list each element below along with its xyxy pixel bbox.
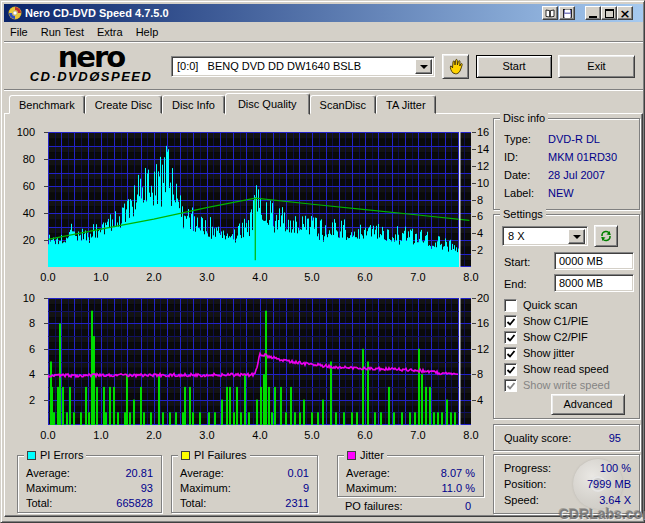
checkbox-box[interactable]: [504, 379, 517, 392]
checkbox-label: Show C1/PIE: [523, 315, 588, 328]
drive-select[interactable]: [0:0] BENQ DVD DD DW1640 BSLB: [171, 56, 435, 77]
tab-ta-jitter[interactable]: TA Jitter: [376, 95, 436, 114]
axis-tick: [44, 323, 48, 324]
checkbox-box[interactable]: [504, 299, 517, 312]
speed-select-value: 8 X: [508, 230, 525, 242]
disc-date-value: 28 Jul 2007: [548, 169, 605, 181]
maximize-icon: [605, 9, 614, 18]
axis-tick: [472, 149, 476, 150]
disc-id-label: ID:: [504, 151, 518, 163]
axis-tick: [44, 240, 48, 241]
close-icon: ×: [620, 8, 631, 19]
position-value: 7999 MB: [587, 478, 631, 490]
speed-label: Speed:: [504, 494, 539, 506]
axis-tick-label: 20: [5, 234, 35, 246]
axis-tick: [472, 400, 476, 401]
axis-tick: [472, 183, 476, 184]
scan-end-field[interactable]: 8000 MB: [554, 274, 634, 292]
checkbox-label: Show write speed: [523, 379, 610, 392]
chevron-down-icon: [420, 65, 428, 69]
disc-date-label: Date:: [504, 169, 530, 181]
checkbox-box[interactable]: [504, 363, 517, 376]
eject-hand-button[interactable]: [442, 54, 469, 79]
axis-tick: [472, 233, 476, 234]
checkbox-label: Quick scan: [523, 299, 577, 312]
close-button[interactable]: ×: [617, 6, 633, 20]
stat-label: Total:: [180, 497, 206, 509]
axis-tick: [44, 159, 48, 160]
pi-errors-group-label: PI Errors: [40, 449, 83, 461]
speed-value: 3.64 X: [599, 494, 631, 506]
pi-errors-group: PI Errors Average:20.81 Maximum:93 Total…: [17, 455, 162, 513]
speed-select-arrow-button[interactable]: [568, 229, 585, 244]
advanced-button[interactable]: Advanced: [551, 394, 625, 415]
axis-tick: [472, 323, 476, 324]
drive-select-arrow-button[interactable]: [415, 59, 432, 74]
jitter-group-title: Jitter: [344, 449, 387, 461]
separator: [4, 89, 643, 91]
axis-tick-label: 10: [5, 292, 35, 304]
axis-tick-label: 3.0: [192, 271, 222, 283]
pi-errors-group-title: PI Errors: [24, 449, 86, 461]
axis-tick-label: 2.0: [139, 429, 169, 441]
scan-end-label: End:: [504, 278, 527, 290]
checkbox-label: Show jitter: [523, 347, 574, 360]
check-icon: [506, 333, 516, 343]
exit-button[interactable]: Exit: [558, 55, 635, 78]
disc-info-group-title: Disc info: [500, 112, 548, 124]
disc-info-group-label: Disc info: [503, 112, 545, 124]
axis-tick: [472, 250, 476, 251]
scan-start-field[interactable]: 0000 MB: [554, 252, 634, 270]
settings-group-title: Settings: [500, 208, 546, 220]
axis-tick-label: 3.0: [192, 429, 222, 441]
disc-label-value: NEW: [548, 187, 574, 199]
pi-errors-legend-swatch: [27, 451, 36, 460]
progress-label: Progress:: [504, 462, 551, 474]
drive-select-value: [0:0] BENQ DVD DD DW1640 BSLB: [177, 60, 361, 72]
menu-extra[interactable]: Extra: [91, 24, 130, 40]
progress-value: 100 %: [600, 462, 631, 474]
settings-group: Settings 8 X Start: 0000 MB End: 8000 MB…: [493, 214, 640, 419]
minimize-button[interactable]: [585, 6, 601, 20]
pi-failures-group-label: PI Failures: [194, 449, 247, 461]
titlebar-help-button[interactable]: [542, 6, 558, 20]
pi-failures-legend-swatch: [181, 451, 190, 460]
axis-tick-label: 2.0: [139, 271, 169, 283]
axis-tick: [472, 132, 476, 133]
menu-run-test[interactable]: Run Test: [35, 24, 91, 40]
speed-select[interactable]: 8 X: [502, 226, 588, 246]
start-button[interactable]: Start: [476, 55, 552, 78]
scan-start-value: 0000 MB: [559, 255, 603, 267]
tab-scandisc[interactable]: ScanDisc: [310, 95, 376, 114]
checkbox-box[interactable]: [504, 347, 517, 360]
axis-tick-label: 7.0: [403, 429, 433, 441]
axis-tick-label: 1.0: [86, 429, 116, 441]
title-bar[interactable]: Nero CD-DVD Speed 4.7.5.0 ×: [4, 4, 643, 22]
tab-benchmark[interactable]: Benchmark: [9, 95, 85, 114]
axis-tick-label: 40: [5, 207, 35, 219]
tab-disc-info[interactable]: Disc Info: [162, 95, 225, 114]
checkbox-box[interactable]: [504, 315, 517, 328]
tab-create-disc[interactable]: Create Disc: [85, 95, 162, 114]
refresh-button[interactable]: [594, 225, 618, 247]
checkbox-box[interactable]: [504, 331, 517, 344]
stat-value: 9: [303, 482, 309, 494]
tab-disc-quality[interactable]: Disc Quality: [225, 93, 310, 115]
minimize-icon: [589, 16, 597, 18]
save-icon: [563, 9, 572, 18]
progress-group: Progress:100 % Position:7999 MB Speed:3.…: [493, 454, 640, 514]
check-icon: [506, 349, 516, 359]
check-icon: [506, 317, 516, 327]
axis-tick: [44, 400, 48, 401]
maximize-button[interactable]: [601, 6, 617, 20]
axis-tick: [44, 349, 48, 350]
quality-score-label: Quality score:: [504, 432, 571, 444]
stat-value: 0.01: [288, 467, 309, 479]
stat-label: Average:: [180, 467, 224, 479]
po-failures-label: PO failures:: [345, 500, 402, 512]
menu-bar: File Run Test Extra Help: [4, 22, 643, 41]
menu-file[interactable]: File: [4, 24, 35, 40]
menu-help[interactable]: Help: [130, 24, 166, 40]
titlebar-save-button[interactable]: [559, 6, 575, 20]
axis-tick: [44, 132, 48, 133]
